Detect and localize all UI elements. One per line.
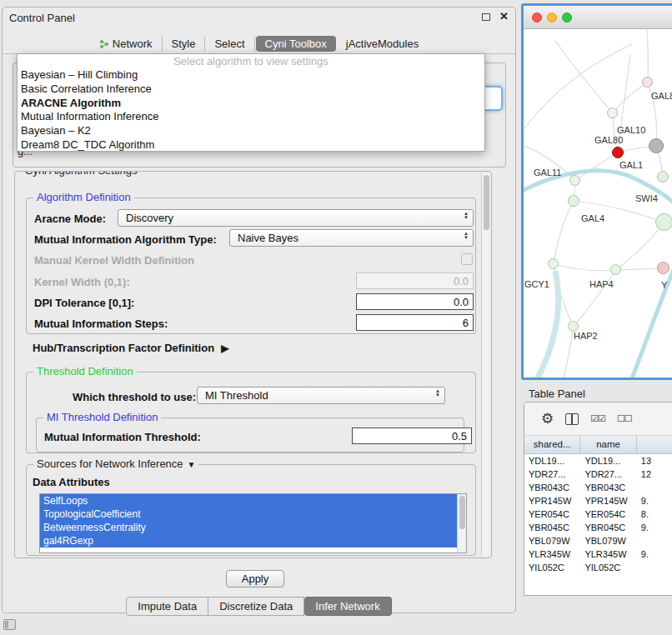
table-row[interactable]: YBR045CYBR045C9.: [524, 521, 672, 534]
cell[interactable]: 12: [637, 468, 672, 481]
network-node[interactable]: [655, 213, 672, 231]
tab-label: Cyni Toolbox: [265, 38, 327, 50]
sources-toggle[interactable]: Sources for Network Inference: [33, 458, 198, 470]
columns-icon[interactable]: [565, 413, 579, 425]
dropdown-item[interactable]: Bayesian – K2: [18, 124, 484, 138]
scrollbar-thumb[interactable]: [484, 175, 489, 230]
network-node-pink[interactable]: [657, 262, 669, 274]
which-threshold-select[interactable]: MI Threshold: [197, 387, 445, 404]
network-node[interactable]: [607, 108, 618, 118]
table-row[interactable]: YBR043CYBR043C: [524, 481, 672, 494]
aracne-mode-select[interactable]: Discovery: [118, 209, 474, 227]
column-header[interactable]: [637, 436, 672, 453]
cell[interactable]: YIL052C: [524, 561, 580, 574]
cell[interactable]: YER054C: [580, 508, 636, 521]
table-row[interactable]: YDR27...YDR27...12: [524, 468, 672, 481]
cell[interactable]: YPR145W: [524, 494, 580, 508]
checked-boxes-icon[interactable]: [590, 413, 605, 424]
mi-threshold-label: Mutual Information Threshold:: [44, 431, 201, 443]
empty-boxes-icon[interactable]: [617, 413, 632, 424]
tab-infer-network[interactable]: Infer Network: [304, 597, 391, 616]
collapse-arrow-icon[interactable]: [188, 460, 196, 469]
cell[interactable]: 9.: [637, 548, 672, 561]
column-header[interactable]: name: [580, 436, 636, 453]
network-node-gray[interactable]: [649, 138, 664, 153]
dropdown-item[interactable]: Mutual Information Inference: [18, 110, 484, 124]
group-title: MI Threshold Definition: [43, 411, 161, 423]
cell[interactable]: YDR27...: [524, 468, 580, 481]
settings-scrollbar[interactable]: [481, 172, 490, 557]
network-node-red[interactable]: [612, 147, 624, 158]
gear-icon[interactable]: [541, 410, 554, 428]
cell[interactable]: YER054C: [524, 508, 580, 521]
attribute-item[interactable]: TopologicalCoefficient: [40, 508, 466, 521]
column-header[interactable]: shared...: [524, 436, 580, 453]
cell[interactable]: 9.: [637, 494, 672, 508]
collapsed-panel-icon[interactable]: [3, 619, 16, 630]
attribute-item[interactable]: BetweennessCentrality: [40, 521, 466, 534]
table-row[interactable]: YDL19...YDL19...13: [524, 454, 672, 468]
cell[interactable]: YBR045C: [524, 521, 580, 534]
cell[interactable]: YBR045C: [580, 521, 636, 534]
cell[interactable]: [637, 481, 672, 494]
table-row[interactable]: YBL079WYBL079W: [524, 534, 672, 548]
scrollbar-thumb[interactable]: [459, 496, 465, 529]
tab-discretize-data[interactable]: Discretize Data: [208, 597, 304, 616]
tab-jactivemodules[interactable]: jActiveModules: [337, 36, 428, 52]
network-node[interactable]: [642, 77, 653, 88]
tab-select[interactable]: Select: [205, 36, 254, 52]
attribute-item[interactable]: gal4RGexp: [40, 534, 466, 548]
dropdown-item[interactable]: Bayesian – Hill Climbing: [18, 68, 484, 82]
dropdown-item[interactable]: Dream8 DC_TDC Algorithm: [18, 138, 484, 152]
mi-steps-field[interactable]: [356, 314, 474, 331]
float-icon[interactable]: [482, 13, 490, 21]
hub-definition-toggle[interactable]: Hub/Transcription Factor Definition: [33, 342, 228, 354]
attribute-item[interactable]: SelfLoops: [40, 494, 466, 508]
table-row[interactable]: YLR345WYLR345W9.: [524, 548, 672, 561]
cell[interactable]: YLR345W: [580, 548, 636, 561]
cell[interactable]: YDR27...: [580, 468, 636, 481]
network-node[interactable]: [568, 195, 579, 207]
cell[interactable]: YBR043C: [580, 481, 636, 494]
table-header: shared... name: [524, 436, 672, 454]
close-icon[interactable]: [499, 10, 509, 22]
table-body: YDL19...YDL19...13 YDR27...YDR27...12 YB…: [524, 454, 672, 595]
cell[interactable]: YDL19...: [580, 454, 636, 468]
cell[interactable]: YBR043C: [524, 481, 580, 494]
network-node[interactable]: [610, 264, 621, 275]
traffic-light-minimize-icon[interactable]: [547, 12, 557, 22]
cell[interactable]: 8.: [637, 508, 672, 521]
traffic-light-zoom-icon[interactable]: [562, 12, 572, 22]
table-row[interactable]: YIL052CYIL052C: [524, 561, 672, 574]
dropdown-item-selected[interactable]: ARACNE Algorithm: [18, 97, 484, 111]
cell[interactable]: YDL19...: [524, 454, 580, 468]
network-view-window: GAL8 GAL80 GAL10 GAL11 GAL1 SWI4 GAL4 GC…: [521, 3, 672, 380]
network-canvas[interactable]: GAL8 GAL80 GAL10 GAL11 GAL1 SWI4 GAL4 GC…: [524, 29, 672, 378]
dpi-tolerance-field[interactable]: [356, 293, 474, 310]
cell[interactable]: 9.: [637, 521, 672, 534]
cell[interactable]: YIL052C: [580, 561, 636, 574]
tab-style[interactable]: Style: [163, 36, 206, 52]
cell[interactable]: YBL079W: [580, 534, 636, 548]
dropdown-item[interactable]: Basic Correlation Inference: [18, 82, 484, 97]
mi-type-select[interactable]: Naive Bayes: [229, 229, 474, 247]
network-node[interactable]: [548, 258, 559, 269]
list-scrollbar[interactable]: [457, 494, 466, 552]
expand-arrow-icon[interactable]: [221, 342, 228, 354]
tab-cyni-toolbox[interactable]: Cyni Toolbox: [256, 36, 336, 52]
cell[interactable]: YLR345W: [524, 548, 580, 561]
cell[interactable]: YBL079W: [524, 534, 580, 548]
cell[interactable]: [637, 534, 672, 548]
network-node[interactable]: [569, 175, 580, 186]
cell[interactable]: YPR145W: [580, 494, 636, 508]
tab-impute-data[interactable]: Impute Data: [126, 597, 208, 616]
cell[interactable]: [637, 561, 672, 574]
mi-threshold-field[interactable]: [352, 428, 472, 444]
table-row[interactable]: YER054CYER054C8.: [524, 508, 672, 521]
apply-button[interactable]: Apply: [226, 570, 284, 588]
network-node[interactable]: [657, 171, 669, 182]
tab-network[interactable]: Network: [90, 36, 163, 52]
table-row[interactable]: YPR145WYPR145W9.: [524, 494, 672, 508]
traffic-light-close-icon[interactable]: [532, 12, 542, 22]
cell[interactable]: 13: [637, 454, 672, 468]
